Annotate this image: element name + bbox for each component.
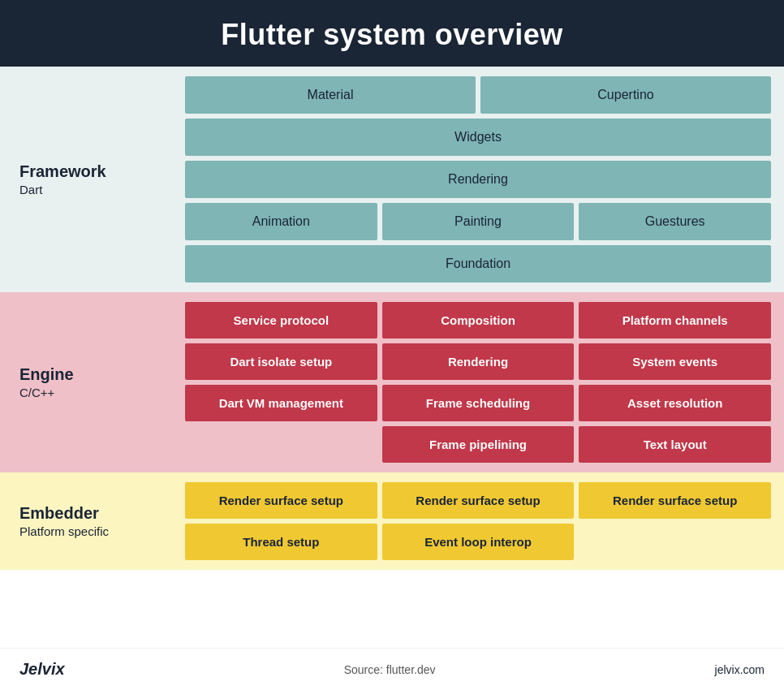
embedder-section: Embedder Platform specific Render surfac… — [0, 472, 784, 570]
embedder-thread-setup: Thread setup — [185, 524, 377, 560]
framework-row-1: Material Cupertino — [185, 76, 771, 114]
framework-material: Material — [185, 76, 476, 114]
framework-rendering: Rendering — [185, 161, 771, 198]
engine-service-protocol: Service protocol — [185, 302, 377, 339]
engine-sublabel: C/C++ — [19, 386, 162, 399]
framework-row-2: Widgets — [185, 119, 771, 156]
footer: Jelvix Source: flutter.dev jelvix.com — [0, 648, 784, 690]
framework-sublabel: Dart — [19, 183, 162, 196]
embedder-empty — [579, 524, 771, 560]
engine-empty — [185, 426, 377, 463]
engine-text-layout: Text layout — [579, 426, 771, 463]
main-content: Framework Dart Material Cupertino Widget… — [0, 67, 784, 648]
engine-system-events: System events — [579, 343, 771, 380]
framework-painting: Painting — [382, 203, 575, 240]
framework-animation: Animation — [185, 203, 377, 240]
engine-grid: Service protocol Composition Platform ch… — [179, 292, 784, 472]
embedder-render-2: Render surface setup — [382, 482, 575, 519]
engine-section: Engine C/C++ Service protocol Compositio… — [0, 292, 784, 472]
embedder-row-2: Thread setup Event loop interop — [185, 524, 771, 560]
engine-asset-resolution: Asset resolution — [579, 385, 771, 421]
embedder-render-3: Render surface setup — [579, 482, 771, 519]
framework-title: Framework — [19, 162, 162, 181]
framework-cupertino: Cupertino — [480, 76, 771, 114]
framework-foundation: Foundation — [185, 245, 771, 282]
framework-label: Framework Dart — [0, 67, 179, 292]
engine-dart-vm: Dart VM management — [185, 385, 377, 421]
engine-row-4: Frame pipelining Text layout — [185, 426, 771, 463]
embedder-label: Embedder Platform specific — [0, 472, 179, 570]
embedder-event-loop: Event loop interop — [382, 524, 575, 560]
engine-frame-pipelining: Frame pipelining — [382, 426, 575, 463]
embedder-row-1: Render surface setup Render surface setu… — [185, 482, 771, 519]
framework-grid: Material Cupertino Widgets Rendering — [179, 67, 784, 292]
embedder-title: Embedder — [19, 504, 162, 523]
framework-gestures: Guestures — [579, 203, 771, 240]
framework-row-5: Foundation — [185, 245, 771, 282]
embedder-grid: Render surface setup Render surface setu… — [179, 472, 784, 570]
footer-source: Source: flutter.dev — [344, 663, 436, 676]
engine-composition: Composition — [382, 302, 575, 339]
footer-brand: Jelvix — [19, 660, 65, 679]
engine-row-2: Dart isolate setup Rendering System even… — [185, 343, 771, 380]
page-container: Flutter system overview Framework Dart M… — [0, 0, 784, 690]
framework-section: Framework Dart Material Cupertino Widget… — [0, 67, 784, 292]
engine-row-3: Dart VM management Frame scheduling Asse… — [185, 385, 771, 421]
engine-rendering: Rendering — [382, 343, 575, 380]
embedder-render-1: Render surface setup — [185, 482, 377, 519]
framework-row-3: Rendering — [185, 161, 771, 198]
framework-widgets: Widgets — [185, 119, 771, 156]
framework-row-4: Animation Painting Guestures — [185, 203, 771, 240]
footer-url: jelvix.com — [715, 663, 765, 676]
embedder-sublabel: Platform specific — [19, 524, 162, 538]
engine-label: Engine C/C++ — [0, 292, 179, 472]
engine-frame-scheduling: Frame scheduling — [382, 385, 575, 421]
engine-dart-isolate: Dart isolate setup — [185, 343, 377, 380]
engine-platform-channels: Platform channels — [579, 302, 771, 339]
page-title: Flutter system overview — [16, 18, 768, 52]
engine-title: Engine — [19, 365, 162, 384]
header: Flutter system overview — [0, 0, 784, 67]
engine-row-1: Service protocol Composition Platform ch… — [185, 302, 771, 339]
